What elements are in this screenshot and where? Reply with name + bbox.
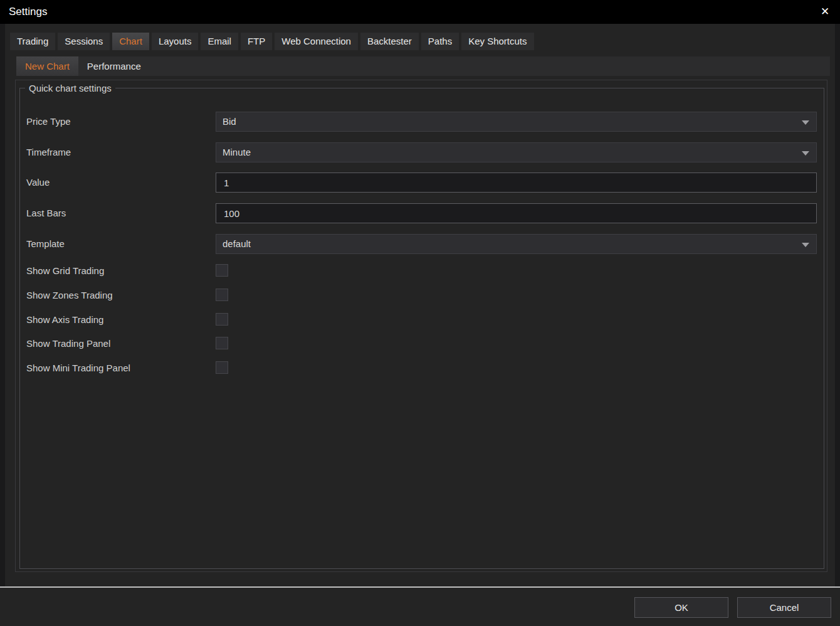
settings-dialog: Trading Sessions Chart Layouts Email FTP…	[5, 24, 835, 586]
show-mini-trading-panel-label: Show Mini Trading Panel	[26, 361, 208, 374]
chevron-down-icon	[802, 243, 809, 247]
timeframe-label: Timeframe	[26, 142, 208, 162]
close-icon[interactable]: ✕	[812, 0, 837, 23]
show-zones-trading-checkbox[interactable]	[216, 289, 228, 301]
quick-chart-settings-group: Quick chart settings Price Type Bid Time…	[19, 83, 824, 569]
show-axis-trading-checkbox[interactable]	[216, 313, 228, 326]
show-trading-panel-label: Show Trading Panel	[26, 337, 208, 350]
title-bar: Settings ✕	[0, 0, 840, 24]
price-type-value: Bid	[223, 116, 236, 127]
sub-tab-bar: New Chart Performance	[16, 56, 830, 76]
value-input[interactable]	[216, 172, 817, 193]
timeframe-value: Minute	[223, 147, 251, 157]
main-tab-bar: Trading Sessions Chart Layouts Email FTP…	[10, 33, 534, 50]
show-trading-panel-checkbox[interactable]	[216, 337, 228, 349]
subtab-new-chart[interactable]: New Chart	[16, 56, 78, 76]
last-bars-label: Last Bars	[26, 203, 208, 223]
tab-key-shortcuts[interactable]: Key Shortcuts	[461, 33, 533, 50]
price-type-dropdown[interactable]: Bid	[216, 112, 817, 132]
tab-trading[interactable]: Trading	[10, 33, 55, 50]
tab-backtester[interactable]: Backtester	[360, 33, 419, 50]
template-label: Template	[26, 234, 208, 254]
last-bars-input[interactable]	[216, 203, 817, 223]
chevron-down-icon	[802, 151, 809, 156]
tab-web-connection[interactable]: Web Connection	[275, 33, 358, 50]
window-title: Settings	[9, 0, 47, 24]
tab-paths[interactable]: Paths	[421, 33, 459, 50]
show-mini-trading-panel-checkbox[interactable]	[216, 361, 228, 374]
group-title: Quick chart settings	[25, 83, 115, 93]
ok-button[interactable]: OK	[634, 597, 728, 618]
show-grid-trading-checkbox[interactable]	[216, 264, 228, 277]
subtab-performance[interactable]: Performance	[78, 56, 150, 76]
template-dropdown[interactable]: default	[216, 234, 817, 254]
template-value: default	[223, 238, 251, 249]
show-grid-trading-label: Show Grid Trading	[26, 264, 208, 277]
cancel-button[interactable]: Cancel	[737, 597, 831, 618]
chevron-down-icon	[802, 120, 809, 125]
tab-chart[interactable]: Chart	[112, 33, 149, 50]
tab-ftp[interactable]: FTP	[241, 33, 272, 50]
chart-settings-panel: Quick chart settings Price Type Bid Time…	[15, 80, 827, 572]
footer-bar: OK Cancel	[0, 588, 840, 626]
tab-email[interactable]: Email	[201, 33, 238, 50]
tab-layouts[interactable]: Layouts	[152, 33, 199, 50]
tab-sessions[interactable]: Sessions	[58, 33, 110, 50]
price-type-label: Price Type	[26, 112, 208, 132]
show-axis-trading-label: Show Axis Trading	[26, 313, 208, 326]
value-label: Value	[26, 172, 208, 193]
timeframe-dropdown[interactable]: Minute	[216, 142, 817, 162]
show-zones-trading-label: Show Zones Trading	[26, 289, 208, 302]
